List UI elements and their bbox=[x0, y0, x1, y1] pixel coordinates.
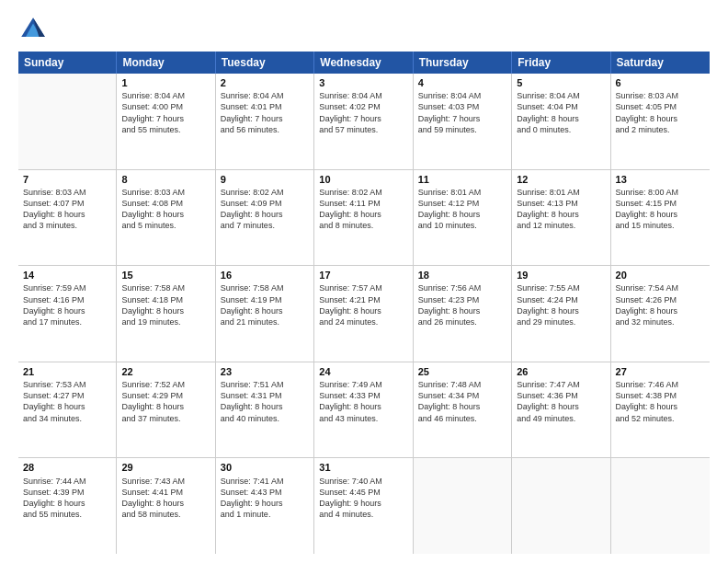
day-info: Sunrise: 7:49 AMSunset: 4:33 PMDaylight:… bbox=[319, 379, 407, 424]
day-cell-20: 20Sunrise: 7:54 AMSunset: 4:26 PMDayligh… bbox=[611, 266, 710, 362]
day-cell-empty bbox=[18, 74, 117, 169]
day-info: Sunrise: 8:04 AMSunset: 4:04 PMDaylight:… bbox=[517, 90, 605, 135]
week-row-2: 7Sunrise: 8:03 AMSunset: 4:07 PMDaylight… bbox=[18, 170, 710, 267]
day-info: Sunrise: 7:44 AMSunset: 4:39 PMDaylight:… bbox=[23, 476, 111, 521]
day-cell-1: 1Sunrise: 8:04 AMSunset: 4:00 PMDaylight… bbox=[117, 74, 215, 169]
day-number: 17 bbox=[319, 269, 407, 282]
day-info: Sunrise: 7:58 AMSunset: 4:18 PMDaylight:… bbox=[121, 282, 210, 327]
day-info: Sunrise: 8:04 AMSunset: 4:01 PMDaylight:… bbox=[221, 90, 309, 135]
day-cell-19: 19Sunrise: 7:55 AMSunset: 4:24 PMDayligh… bbox=[512, 266, 610, 362]
day-number: 27 bbox=[616, 365, 705, 378]
day-number: 6 bbox=[616, 76, 705, 89]
day-info: Sunrise: 7:48 AMSunset: 4:34 PMDaylight:… bbox=[418, 379, 506, 424]
day-cell-11: 11Sunrise: 8:01 AMSunset: 4:12 PMDayligh… bbox=[414, 170, 512, 266]
day-number: 31 bbox=[319, 461, 407, 474]
header-day-wednesday: Wednesday bbox=[314, 52, 413, 74]
day-number: 23 bbox=[221, 365, 309, 378]
day-cell-12: 12Sunrise: 8:01 AMSunset: 4:13 PMDayligh… bbox=[512, 170, 610, 266]
day-cell-5: 5Sunrise: 8:04 AMSunset: 4:04 PMDaylight… bbox=[512, 74, 610, 169]
day-info: Sunrise: 8:00 AMSunset: 4:15 PMDaylight:… bbox=[616, 187, 705, 232]
day-number: 5 bbox=[517, 76, 605, 89]
week-row-4: 21Sunrise: 7:53 AMSunset: 4:27 PMDayligh… bbox=[18, 362, 710, 459]
day-number: 3 bbox=[319, 76, 407, 89]
day-cell-16: 16Sunrise: 7:58 AMSunset: 4:19 PMDayligh… bbox=[216, 266, 314, 362]
day-info: Sunrise: 8:03 AMSunset: 4:05 PMDaylight:… bbox=[616, 90, 705, 135]
header-day-sunday: Sunday bbox=[18, 52, 117, 74]
day-number: 24 bbox=[319, 365, 407, 378]
day-number: 13 bbox=[616, 173, 705, 186]
day-cell-10: 10Sunrise: 8:02 AMSunset: 4:11 PMDayligh… bbox=[314, 170, 413, 266]
day-cell-31: 31Sunrise: 7:40 AMSunset: 4:45 PMDayligh… bbox=[314, 458, 413, 554]
logo bbox=[18, 15, 51, 44]
day-info: Sunrise: 7:41 AMSunset: 4:43 PMDaylight:… bbox=[221, 476, 309, 521]
calendar: SundayMondayTuesdayWednesdayThursdayFrid… bbox=[18, 52, 710, 554]
calendar-body: 1Sunrise: 8:04 AMSunset: 4:00 PMDaylight… bbox=[18, 74, 710, 554]
day-number: 21 bbox=[23, 365, 111, 378]
day-number: 16 bbox=[221, 269, 309, 282]
day-cell-empty bbox=[611, 458, 710, 554]
day-cell-empty bbox=[414, 458, 512, 554]
calendar-header: SundayMondayTuesdayWednesdayThursdayFrid… bbox=[18, 52, 710, 74]
header-day-monday: Monday bbox=[117, 52, 215, 74]
day-info: Sunrise: 8:03 AMSunset: 4:08 PMDaylight:… bbox=[121, 187, 210, 232]
day-cell-22: 22Sunrise: 7:52 AMSunset: 4:29 PMDayligh… bbox=[117, 362, 215, 458]
day-info: Sunrise: 7:46 AMSunset: 4:38 PMDaylight:… bbox=[616, 379, 705, 424]
day-info: Sunrise: 8:04 AMSunset: 4:00 PMDaylight:… bbox=[121, 90, 210, 135]
day-cell-7: 7Sunrise: 8:03 AMSunset: 4:07 PMDaylight… bbox=[18, 170, 117, 266]
day-number: 9 bbox=[221, 173, 309, 186]
day-number: 2 bbox=[221, 76, 309, 89]
day-info: Sunrise: 8:02 AMSunset: 4:09 PMDaylight:… bbox=[221, 187, 309, 232]
day-number: 30 bbox=[221, 461, 309, 474]
day-info: Sunrise: 8:01 AMSunset: 4:13 PMDaylight:… bbox=[517, 187, 605, 232]
day-cell-26: 26Sunrise: 7:47 AMSunset: 4:36 PMDayligh… bbox=[512, 362, 610, 458]
header-day-thursday: Thursday bbox=[414, 52, 512, 74]
header bbox=[18, 15, 710, 44]
day-cell-21: 21Sunrise: 7:53 AMSunset: 4:27 PMDayligh… bbox=[18, 362, 117, 458]
day-info: Sunrise: 8:01 AMSunset: 4:12 PMDaylight:… bbox=[418, 187, 506, 232]
day-info: Sunrise: 7:55 AMSunset: 4:24 PMDaylight:… bbox=[517, 282, 605, 327]
day-cell-23: 23Sunrise: 7:51 AMSunset: 4:31 PMDayligh… bbox=[216, 362, 314, 458]
day-cell-9: 9Sunrise: 8:02 AMSunset: 4:09 PMDaylight… bbox=[216, 170, 314, 266]
header-day-saturday: Saturday bbox=[611, 52, 710, 74]
day-number: 14 bbox=[23, 269, 111, 282]
day-info: Sunrise: 8:04 AMSunset: 4:02 PMDaylight:… bbox=[319, 90, 407, 135]
week-row-3: 14Sunrise: 7:59 AMSunset: 4:16 PMDayligh… bbox=[18, 266, 710, 362]
day-cell-empty bbox=[512, 458, 610, 554]
day-info: Sunrise: 7:40 AMSunset: 4:45 PMDaylight:… bbox=[319, 476, 407, 521]
day-info: Sunrise: 7:57 AMSunset: 4:21 PMDaylight:… bbox=[319, 282, 407, 327]
day-info: Sunrise: 7:56 AMSunset: 4:23 PMDaylight:… bbox=[418, 282, 506, 327]
day-info: Sunrise: 8:04 AMSunset: 4:03 PMDaylight:… bbox=[418, 90, 506, 135]
day-number: 8 bbox=[121, 173, 210, 186]
day-number: 15 bbox=[121, 269, 210, 282]
day-number: 26 bbox=[517, 365, 605, 378]
page: SundayMondayTuesdayWednesdayThursdayFrid… bbox=[0, 0, 728, 563]
day-cell-4: 4Sunrise: 8:04 AMSunset: 4:03 PMDaylight… bbox=[414, 74, 512, 169]
day-cell-28: 28Sunrise: 7:44 AMSunset: 4:39 PMDayligh… bbox=[18, 458, 117, 554]
day-cell-8: 8Sunrise: 8:03 AMSunset: 4:08 PMDaylight… bbox=[117, 170, 215, 266]
day-number: 22 bbox=[121, 365, 210, 378]
day-info: Sunrise: 7:51 AMSunset: 4:31 PMDaylight:… bbox=[221, 379, 309, 424]
day-number: 12 bbox=[517, 173, 605, 186]
day-number: 28 bbox=[23, 461, 111, 474]
day-cell-25: 25Sunrise: 7:48 AMSunset: 4:34 PMDayligh… bbox=[414, 362, 512, 458]
day-number: 1 bbox=[121, 76, 210, 89]
day-info: Sunrise: 7:58 AMSunset: 4:19 PMDaylight:… bbox=[221, 282, 309, 327]
week-row-1: 1Sunrise: 8:04 AMSunset: 4:00 PMDaylight… bbox=[18, 74, 710, 170]
day-cell-30: 30Sunrise: 7:41 AMSunset: 4:43 PMDayligh… bbox=[216, 458, 314, 554]
day-info: Sunrise: 8:03 AMSunset: 4:07 PMDaylight:… bbox=[23, 187, 111, 232]
day-info: Sunrise: 7:54 AMSunset: 4:26 PMDaylight:… bbox=[616, 282, 705, 327]
day-number: 29 bbox=[121, 461, 210, 474]
day-number: 25 bbox=[418, 365, 506, 378]
day-cell-24: 24Sunrise: 7:49 AMSunset: 4:33 PMDayligh… bbox=[314, 362, 413, 458]
header-day-friday: Friday bbox=[512, 52, 610, 74]
day-cell-17: 17Sunrise: 7:57 AMSunset: 4:21 PMDayligh… bbox=[314, 266, 413, 362]
logo-icon bbox=[18, 15, 48, 44]
day-number: 7 bbox=[23, 173, 111, 186]
day-cell-14: 14Sunrise: 7:59 AMSunset: 4:16 PMDayligh… bbox=[18, 266, 117, 362]
day-number: 19 bbox=[517, 269, 605, 282]
day-cell-15: 15Sunrise: 7:58 AMSunset: 4:18 PMDayligh… bbox=[117, 266, 215, 362]
day-info: Sunrise: 7:53 AMSunset: 4:27 PMDaylight:… bbox=[23, 379, 111, 424]
day-cell-27: 27Sunrise: 7:46 AMSunset: 4:38 PMDayligh… bbox=[611, 362, 710, 458]
day-cell-3: 3Sunrise: 8:04 AMSunset: 4:02 PMDaylight… bbox=[314, 74, 413, 169]
day-number: 18 bbox=[418, 269, 506, 282]
